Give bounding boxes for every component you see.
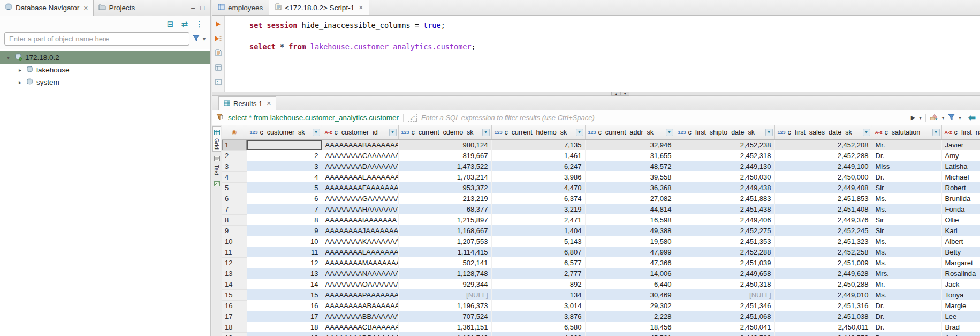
grid-cell[interactable]: 2,449,580 (675, 332, 774, 336)
row-number[interactable]: 18 (222, 322, 247, 332)
grid-cell[interactable]: AAAAAAAANAAAAAAA (322, 268, 398, 279)
grid-cell[interactable]: Dr. (872, 150, 941, 161)
column-header-c_customer_id[interactable]: A-zc_customer_id▼ (322, 125, 398, 139)
grid-cell[interactable]: 19,580 (585, 236, 675, 247)
grid-cell[interactable]: AAAAAAAACAAAAAAA (322, 150, 398, 161)
tab-extra-presentation[interactable] (214, 178, 221, 190)
tab-employees[interactable]: employees (212, 0, 269, 15)
grid-cell[interactable]: 2,450,011 (774, 322, 872, 332)
grid-cell[interactable]: 12 (247, 257, 322, 268)
grid-cell[interactable]: AAAAAAAACBAAAAAA (322, 322, 398, 332)
grid-cell[interactable]: 2,452,275 (675, 225, 774, 236)
grid-cell[interactable]: 1,215,897 (398, 214, 491, 225)
grid-cell[interactable]: Margaret (941, 257, 980, 268)
grid-cell[interactable]: 2,471 (491, 214, 585, 225)
grid-cell[interactable]: 2,451,853 (774, 193, 872, 204)
grid-cell[interactable]: 18 (247, 322, 322, 332)
row-number[interactable]: 6 (222, 193, 247, 204)
grid-cell[interactable]: 16 (247, 300, 322, 311)
grid-cell[interactable]: 2,228 (585, 311, 675, 322)
grid-cell[interactable]: Amy (941, 150, 980, 161)
grid-cell[interactable]: Sir (872, 182, 941, 193)
row-number[interactable]: 2 (222, 150, 247, 161)
tab-grid-presentation[interactable]: Grid (212, 126, 221, 152)
collapsed-icon[interactable]: ▸ (17, 67, 23, 73)
apply-filter-play-icon[interactable]: ▶ (911, 114, 915, 121)
grid-cell[interactable]: 2,451,039 (675, 257, 774, 268)
close-icon[interactable]: × (83, 4, 88, 12)
column-header-c_current_addr_sk[interactable]: 123c_current_addr_sk▼ (585, 125, 675, 139)
grid-cell[interactable]: 13 (247, 268, 322, 279)
grid-cell[interactable]: Ms. (872, 257, 941, 268)
row-number[interactable]: 7 (222, 204, 247, 214)
filter-settings-funnel-icon[interactable] (948, 114, 955, 122)
grid-cell[interactable]: Michael (941, 171, 980, 182)
row-number[interactable]: 11 (222, 247, 247, 257)
grid-cell[interactable]: 8 (247, 214, 322, 225)
selected-cell[interactable] (247, 139, 322, 150)
grid-cell[interactable]: 929,344 (398, 279, 491, 289)
grid-cell[interactable]: 2,452,245 (774, 225, 872, 236)
sort-dropdown-icon[interactable]: ▼ (932, 129, 940, 136)
grid-cell[interactable]: 1,161,742 (398, 332, 491, 336)
sql-editor[interactable]: set session hide_inaccessible_columns = … (225, 16, 980, 92)
grid-cell[interactable]: AAAAAAAAKAAAAAAA (322, 236, 398, 247)
panel-back-arrow-icon[interactable]: ⬅ (968, 112, 976, 123)
row-number[interactable]: 10 (222, 236, 247, 247)
grid-cell[interactable]: AAAAAAAALAAAAAAA (322, 247, 398, 257)
grid-cell[interactable]: 2 (247, 150, 322, 161)
grid-cell[interactable]: Margie (941, 300, 980, 311)
grid-cell[interactable]: Robert (941, 182, 980, 193)
grid-cell[interactable]: 2,449,408 (774, 182, 872, 193)
grid-cell[interactable]: 11 (247, 247, 322, 257)
filter-expression-input[interactable]: Enter a SQL expression to filter results… (421, 114, 907, 122)
clear-filter-eraser-icon[interactable] (930, 114, 938, 122)
grid-cell[interactable]: Jack (941, 279, 980, 289)
grid-cell[interactable]: 2,452,318 (675, 150, 774, 161)
eraser-chevron-icon[interactable]: ▾ (942, 115, 945, 121)
grid-cell[interactable]: AAAAAAAAABAAAAAA (322, 300, 398, 311)
grid-cell[interactable]: 3,014 (491, 300, 585, 311)
row-number[interactable]: 14 (222, 279, 247, 289)
grid-cell[interactable]: 819,667 (398, 150, 491, 161)
grid-cell[interactable]: 31,655 (585, 150, 675, 161)
grid-cell[interactable]: 45,581 (585, 332, 675, 336)
grid-cell[interactable]: Dr. (872, 300, 941, 311)
grid-cell[interactable]: AAAAAAAAHAAAAAAA (322, 204, 398, 214)
column-header-c_first_shipto_date_sk[interactable]: 123c_first_shipto_date_sk▼ (675, 125, 774, 139)
grid-cell[interactable]: 4,470 (491, 182, 585, 193)
grid-cell[interactable]: 1,128,748 (398, 268, 491, 279)
grid-cell[interactable]: Dr. (872, 311, 941, 322)
splitter-up-icon[interactable]: ▲ (611, 92, 620, 96)
collapse-all-icon[interactable]: ⊟ (167, 19, 174, 29)
grid-cell[interactable]: 2,450,288 (774, 279, 872, 289)
grid-cell[interactable]: 2,449,550 (774, 332, 872, 336)
grid-cell[interactable]: 1,168,667 (398, 225, 491, 236)
explain-plan-button[interactable] (215, 49, 222, 56)
row-number[interactable]: 17 (222, 311, 247, 322)
grid-cell[interactable]: 7 (247, 204, 322, 214)
grid-cell[interactable]: 6,807 (491, 247, 585, 257)
execute-script-button[interactable] (215, 35, 222, 42)
grid-cell[interactable]: 36,368 (585, 182, 675, 193)
grid-cell[interactable]: Betty (941, 247, 980, 257)
grid-cell[interactable]: AAAAAAAABAAAAAAA (322, 139, 398, 150)
grid-cell[interactable]: 4,238 (491, 332, 585, 336)
filter-history-chevron-icon[interactable]: ▾ (919, 115, 922, 121)
funnel-chevron-icon[interactable]: ▾ (959, 115, 961, 121)
grid-cell[interactable]: 2,450,030 (675, 171, 774, 182)
grid-cell[interactable]: 19 (247, 332, 322, 336)
results-grid-scroll[interactable]: ◉123c_customer_sk▼A-zc_customer_id▼123c_… (222, 125, 980, 336)
grid-cell[interactable]: 32,946 (585, 139, 675, 150)
grid-cell[interactable]: 15 (247, 289, 322, 300)
row-number[interactable]: 15 (222, 289, 247, 300)
grid-cell[interactable]: 27,082 (585, 193, 675, 204)
grid-cell[interactable]: 134 (491, 289, 585, 300)
grid-cell[interactable]: AAAAAAAAIAAAAAAA (322, 214, 398, 225)
grid-cell[interactable]: Mrs. (872, 268, 941, 279)
grid-cell[interactable]: 7,135 (491, 139, 585, 150)
row-number[interactable]: 5 (222, 182, 247, 193)
grid-cell[interactable]: 1,207,553 (398, 236, 491, 247)
grid-cell[interactable]: 47,366 (585, 257, 675, 268)
grid-cell[interactable]: 30,469 (585, 289, 675, 300)
